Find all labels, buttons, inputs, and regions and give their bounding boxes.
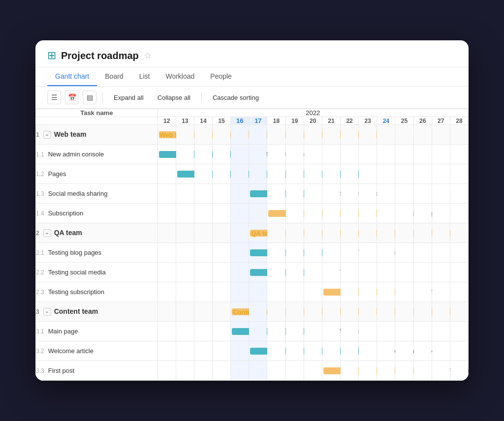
task-name-cell: 2.2Testing social media: [36, 263, 158, 282]
gantt-cell-10: [341, 204, 359, 223]
gantt-cell-2: [194, 341, 212, 361]
gantt-cell-5: [249, 282, 267, 302]
gantt-cell-1: [176, 204, 194, 223]
gantt-cell-8: [304, 125, 322, 145]
tab-board[interactable]: Board: [97, 67, 131, 86]
gantt-cell-6: [267, 164, 285, 184]
gantt-cell-6: [267, 125, 285, 145]
collapse-all-button[interactable]: Collapse all: [153, 92, 195, 103]
tab-workload[interactable]: Workload: [158, 67, 202, 86]
gantt-cell-3: [213, 322, 231, 341]
tab-bar: Gantt chart Board List Workload People: [35, 67, 469, 87]
gantt-cell-16: [450, 164, 468, 184]
gantt-cell-13: [395, 243, 413, 263]
date-17: 17: [249, 117, 267, 125]
gantt-cell-2: [194, 125, 212, 145]
gantt-cell-1: [176, 282, 194, 302]
gantt-cell-0: [158, 184, 176, 204]
cascade-sorting-button[interactable]: Cascade sorting: [208, 92, 264, 103]
gantt-cell-6: [267, 243, 285, 263]
gantt-cell-4: [231, 164, 249, 184]
gantt-cell-7: [285, 125, 304, 145]
gantt-cell-13: [395, 322, 413, 341]
title-bar: ⊞ Project roadmap ☆: [35, 40, 469, 67]
gantt-cell-13: [395, 263, 413, 282]
expand-all-button[interactable]: Expand all: [109, 92, 149, 103]
gantt-cell-10: [341, 302, 359, 322]
task-label: Main page: [48, 328, 78, 335]
gantt-cell-10: [341, 361, 359, 381]
gantt-cell-7: [285, 184, 304, 204]
gantt-cell-3: [213, 302, 231, 322]
gantt-cell-12: [377, 322, 395, 341]
task-row: 1.3Social media sharingSocial media shar…: [36, 184, 469, 204]
gantt-cell-11: [359, 263, 377, 282]
task-name-cell: 3.1Main page: [36, 322, 158, 341]
sub-number: 3.1: [36, 328, 44, 335]
gantt-cell-3: [213, 263, 231, 282]
gantt-cell-4: [231, 125, 249, 145]
task-label: Testing subscription: [48, 288, 104, 296]
gantt-cell-0: [158, 263, 176, 282]
gantt-cell-9: [322, 164, 340, 184]
gantt-cell-2: [194, 243, 212, 263]
task-name-cell: 1.1New admin console: [36, 145, 158, 164]
list-view-icon[interactable]: ☰: [47, 90, 61, 104]
gantt-cell-10: [341, 184, 359, 204]
tab-list[interactable]: List: [131, 67, 158, 86]
gantt-cell-9: [322, 341, 340, 361]
gantt-icon[interactable]: ▤: [83, 90, 96, 104]
tab-people[interactable]: People: [202, 67, 240, 86]
gantt-cell-6: [267, 184, 285, 204]
gantt-cell-5: Testing social media: [249, 263, 267, 282]
gantt-cell-7: [285, 204, 304, 223]
gantt-cell-7: [285, 341, 304, 361]
gantt-cell-10: [341, 164, 359, 184]
gantt-cell-10: [341, 145, 359, 164]
date-header-row: 12 13 14 15 16 17 18 19 20 21 22 23 24 2…: [36, 117, 469, 125]
task-label: Subscription: [48, 210, 84, 217]
tab-gantt-chart[interactable]: Gantt chart: [47, 67, 97, 86]
gantt-cell-11: [359, 302, 377, 322]
gantt-cell-15: [432, 361, 450, 381]
gantt-cell-1: [176, 184, 194, 204]
gantt-cell-8: [304, 361, 322, 381]
gantt-cell-4: Content team: [231, 302, 249, 322]
gantt-cell-14: [413, 282, 432, 302]
calendar-icon[interactable]: 📅: [65, 90, 79, 104]
date-19: 19: [285, 117, 304, 125]
gantt-cell-4: [231, 282, 249, 302]
gantt-cell-14: [413, 184, 432, 204]
date-15: 15: [213, 117, 231, 125]
gantt-cell-11: [359, 361, 377, 381]
gantt-cell-11: [359, 243, 377, 263]
gantt-cell-12: [377, 361, 395, 381]
gantt-cell-2: [194, 184, 212, 204]
gantt-cell-16: [450, 322, 468, 341]
group-label: Content team: [54, 307, 98, 315]
gantt-cell-16: [450, 282, 468, 302]
collapse-button[interactable]: −: [43, 131, 51, 139]
collapse-button[interactable]: −: [43, 229, 51, 237]
date-28: 28: [450, 117, 468, 125]
task-label: Testing blog pages: [48, 249, 101, 256]
gantt-cell-14: [413, 341, 432, 361]
gantt-cell-5: Social media sharing: [249, 184, 267, 204]
gantt-cell-6: [267, 341, 285, 361]
gantt-cell-16: [450, 302, 468, 322]
task-name-cell: 1.2Pages: [36, 164, 158, 184]
gantt-cell-3: [213, 184, 231, 204]
gantt-cell-8: [304, 302, 322, 322]
gantt-cell-12: [377, 341, 395, 361]
gantt-cell-2: [194, 204, 212, 223]
gantt-cell-16: [450, 243, 468, 263]
collapse-button[interactable]: −: [43, 308, 51, 316]
group-name-cell: 2−QA team: [36, 223, 158, 243]
gantt-cell-13: [395, 204, 413, 223]
gantt-cell-9: [322, 125, 340, 145]
gantt-cell-8: [304, 145, 322, 164]
gantt-cell-16: [450, 125, 468, 145]
favorite-icon[interactable]: ☆: [144, 50, 152, 61]
gantt-cell-13: [395, 341, 413, 361]
gantt-cell-13: [395, 145, 413, 164]
